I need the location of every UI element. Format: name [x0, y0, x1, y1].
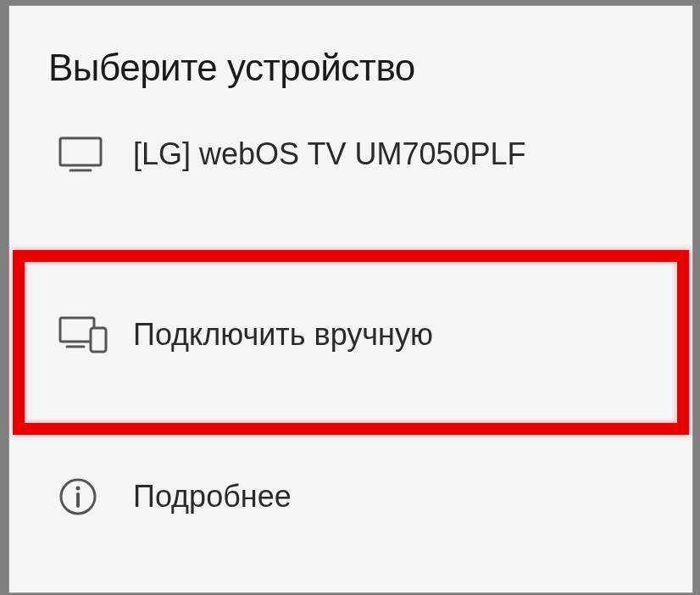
svg-rect-2 [60, 318, 94, 342]
devices-icon [58, 316, 111, 353]
device-picker-dialog: Выберите устройство [LG] webOS TV UM7050… [8, 5, 693, 593]
svg-rect-0 [60, 138, 101, 165]
dialog-title: Выберите устройство [9, 6, 692, 120]
more-info-item[interactable]: Подробнее [9, 450, 692, 543]
connect-manually-item[interactable]: Подключить вручную [9, 275, 692, 394]
device-item-lg-tv[interactable]: [LG] webOS TV UM7050PLF [9, 120, 692, 203]
tv-icon [58, 136, 111, 172]
connect-manually-label: Подключить вручную [133, 317, 433, 353]
device-item-label: [LG] webOS TV UM7050PLF [133, 136, 526, 172]
svg-rect-4 [91, 328, 106, 352]
svg-point-6 [76, 487, 81, 491]
info-icon [58, 477, 111, 516]
more-info-label: Подробнее [133, 479, 292, 514]
